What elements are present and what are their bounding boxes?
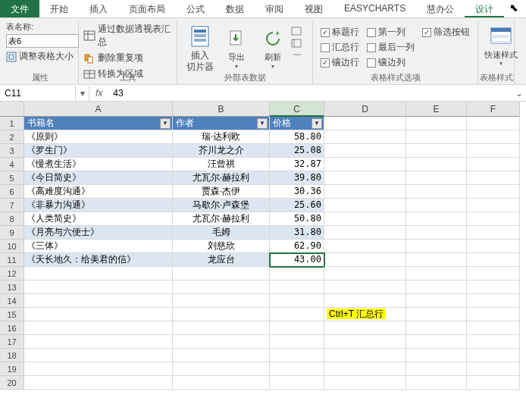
cell[interactable]: 62.90 (270, 240, 324, 253)
row-header[interactable]: 13 (0, 281, 24, 294)
col-header-D[interactable]: D (324, 102, 406, 117)
cell[interactable] (467, 362, 520, 376)
row-header[interactable]: 1 (0, 117, 24, 130)
formula-input[interactable] (108, 86, 512, 101)
cell[interactable]: 25.08 (270, 144, 324, 158)
cell[interactable] (324, 362, 406, 376)
cell[interactable] (406, 267, 467, 281)
cell[interactable] (406, 144, 467, 158)
cell[interactable] (406, 240, 467, 253)
name-box[interactable] (0, 86, 76, 101)
cell[interactable] (24, 281, 173, 294)
name-box-dropdown[interactable]: ▾ (76, 86, 89, 101)
cell[interactable] (467, 171, 520, 185)
cell[interactable] (324, 335, 406, 349)
cell[interactable] (406, 294, 467, 308)
cell[interactable] (24, 294, 173, 308)
cell[interactable] (324, 226, 406, 240)
cell[interactable]: 尤瓦尔·赫拉利 (173, 212, 270, 226)
cell[interactable] (324, 321, 406, 335)
cell[interactable]: 马歇尔·卢森堡 (173, 199, 270, 212)
cell[interactable] (467, 144, 520, 158)
cell[interactable] (324, 281, 406, 294)
cell[interactable] (270, 321, 324, 335)
cell[interactable] (406, 362, 467, 376)
row-header[interactable]: 10 (0, 240, 24, 253)
cell[interactable]: 25.60 (270, 199, 324, 212)
cell[interactable]: 《高难度沟通》 (24, 185, 173, 199)
cell[interactable] (270, 362, 324, 376)
table-name-input[interactable] (6, 34, 79, 48)
row-header[interactable]: 4 (0, 158, 24, 171)
cell[interactable]: 《今日简史》 (24, 171, 173, 185)
row-header[interactable]: 7 (0, 199, 24, 212)
insert-slicer-button[interactable]: 插入切片器 (182, 21, 218, 72)
cell[interactable]: 39.80 (270, 171, 324, 185)
cell[interactable]: 贾森·杰伊 (173, 185, 270, 199)
export-button[interactable]: 导出▾ (218, 21, 255, 72)
cell[interactable]: 43.00 (270, 253, 324, 267)
cell[interactable]: 价格▼ (270, 117, 324, 130)
cell[interactable] (467, 117, 520, 130)
checkbox-filter[interactable]: ✓筛选按钮 (422, 26, 470, 39)
cell[interactable] (467, 267, 520, 281)
cell[interactable] (467, 253, 520, 267)
cell[interactable]: 30.36 (270, 185, 324, 199)
filter-dropdown-icon[interactable]: ▼ (257, 118, 268, 129)
cell[interactable] (467, 212, 520, 226)
cell[interactable]: 瑞·达利欧 (173, 130, 270, 144)
cell[interactable] (324, 349, 406, 362)
cell[interactable]: 《三体》 (24, 240, 173, 253)
row-header[interactable]: 9 (0, 226, 24, 240)
row-header[interactable]: 3 (0, 144, 24, 158)
cell[interactable] (270, 267, 324, 281)
cell[interactable] (406, 185, 467, 199)
cell[interactable] (406, 308, 467, 321)
row-header[interactable]: 6 (0, 185, 24, 199)
cell[interactable]: 《非暴力沟通》 (24, 199, 173, 212)
cell[interactable] (406, 158, 467, 171)
cell[interactable] (324, 185, 406, 199)
cell[interactable]: 书籍名▼ (24, 117, 173, 130)
tab-5[interactable]: 审阅 (255, 0, 294, 17)
cell[interactable] (173, 349, 270, 362)
cell[interactable] (24, 376, 173, 390)
tab-file[interactable]: 文件 (0, 0, 39, 17)
tab-3[interactable]: 公式 (176, 0, 215, 17)
cell[interactable]: 尤瓦尔·赫拉利 (173, 171, 270, 185)
unlink-button[interactable] (291, 50, 308, 62)
tab-4[interactable]: 数据 (215, 0, 255, 17)
tab-8[interactable]: 慧办公 (416, 0, 465, 17)
cell[interactable] (406, 349, 467, 362)
select-all-corner[interactable] (0, 102, 24, 117)
checkbox-last[interactable]: 最后一列 (367, 41, 415, 54)
col-header-A[interactable]: A (24, 102, 173, 117)
row-header[interactable]: 20 (0, 376, 24, 390)
cell[interactable] (324, 212, 406, 226)
cell[interactable] (324, 144, 406, 158)
cell[interactable] (406, 321, 467, 335)
tab-2[interactable]: 页面布局 (118, 0, 176, 17)
formula-expand[interactable]: ⌄ (512, 88, 526, 99)
filter-dropdown-icon[interactable]: ▼ (160, 118, 171, 129)
row-header[interactable]: 14 (0, 294, 24, 308)
cell[interactable] (467, 335, 520, 349)
cell[interactable] (467, 281, 520, 294)
cell[interactable]: 作者▼ (173, 117, 270, 130)
cell[interactable]: 汪曾祺 (173, 158, 270, 171)
col-header-F[interactable]: F (467, 102, 520, 117)
cell[interactable]: 32.87 (270, 158, 324, 171)
tab-7[interactable]: EASYCHARTS (333, 0, 416, 17)
filter-dropdown-icon[interactable]: ▼ (312, 118, 322, 129)
cell[interactable] (406, 226, 467, 240)
quick-styles-button[interactable]: 快速样式▾ (483, 21, 519, 67)
cell[interactable] (173, 267, 270, 281)
cell[interactable] (270, 349, 324, 362)
cell[interactable] (173, 308, 270, 321)
cell[interactable] (324, 267, 406, 281)
row-header[interactable]: 16 (0, 321, 24, 335)
cell[interactable] (406, 130, 467, 144)
cell[interactable] (324, 171, 406, 185)
cell[interactable] (467, 130, 520, 144)
cell[interactable] (270, 294, 324, 308)
